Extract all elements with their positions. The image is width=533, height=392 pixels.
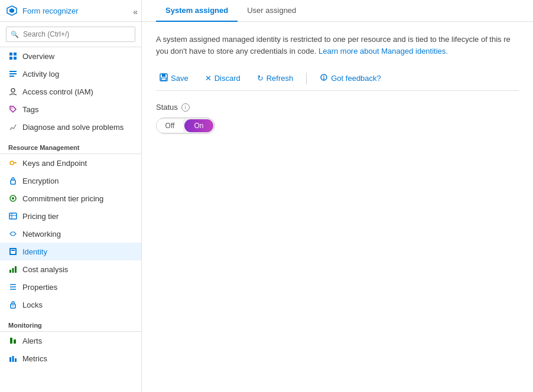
diagnose-label: Diagnose and solve problems: [22, 123, 124, 132]
svg-rect-31: [10, 338, 12, 344]
svg-point-11: [10, 161, 14, 165]
access-control-icon: [8, 87, 18, 96]
identity-label: Identity: [22, 247, 47, 256]
svg-rect-23: [9, 270, 11, 273]
toggle-container: Off On: [156, 117, 215, 134]
svg-point-10: [11, 107, 12, 109]
app-title: Form recognizer: [22, 6, 79, 15]
sidebar-item-properties[interactable]: Properties: [0, 278, 141, 296]
sidebar-item-encryption[interactable]: Encryption: [0, 172, 141, 190]
alerts-label: Alerts: [22, 337, 42, 345]
networking-icon: [8, 229, 18, 239]
collapse-sidebar-button[interactable]: «: [129, 5, 141, 19]
content-body: A system assigned managed identity is re…: [142, 22, 533, 146]
sidebar-item-activity-log[interactable]: Activity log: [0, 65, 141, 83]
sidebar: Form recognizer 🔍 « Overview Activity lo…: [0, 0, 142, 392]
svg-point-9: [11, 89, 15, 92]
main-content: System assigned User assigned A system a…: [142, 0, 533, 392]
activity-log-label: Activity log: [22, 70, 59, 79]
svg-point-40: [323, 76, 324, 77]
status-section: Status i Off On: [156, 103, 519, 134]
svg-rect-38: [161, 78, 166, 80]
learn-more-link[interactable]: Learn more about Managed identities.: [318, 47, 448, 55]
pricing-tier-icon: [8, 211, 18, 221]
tags-icon: [8, 104, 18, 114]
tabs-container: System assigned User assigned: [142, 0, 533, 22]
properties-label: Properties: [22, 283, 57, 292]
tab-user-assigned[interactable]: User assigned: [238, 0, 306, 22]
search-icon: 🔍: [11, 31, 19, 38]
svg-rect-4: [9, 57, 12, 60]
cost-analysis-label: Cost analysis: [22, 265, 68, 274]
description-text: A system assigned managed identity is re…: [156, 34, 511, 57]
save-icon: [160, 73, 168, 83]
feedback-icon: [320, 73, 328, 83]
svg-rect-33: [9, 357, 11, 362]
properties-icon: [8, 282, 18, 292]
svg-point-16: [12, 197, 14, 200]
monitoring-section: Monitoring: [0, 316, 141, 332]
sidebar-item-cost-analysis[interactable]: Cost analysis: [0, 260, 141, 278]
status-info-icon[interactable]: i: [181, 103, 190, 112]
sidebar-item-commitment-tier[interactable]: Commitment tier pricing: [0, 190, 141, 207]
sidebar-item-alerts[interactable]: Alerts: [0, 332, 141, 349]
sidebar-item-identity[interactable]: Identity: [0, 243, 141, 260]
svg-rect-34: [12, 356, 14, 362]
svg-rect-14: [11, 180, 15, 184]
save-label: Save: [171, 74, 188, 83]
overview-icon: [8, 51, 18, 61]
refresh-icon: ↻: [257, 74, 264, 83]
commitment-tier-icon: [8, 194, 18, 203]
diagnose-icon: [8, 122, 18, 132]
sidebar-item-pricing-tier[interactable]: Pricing tier: [0, 207, 141, 225]
toggle-on-button[interactable]: On: [184, 119, 213, 132]
svg-rect-6: [9, 71, 17, 72]
discard-icon: ✕: [205, 74, 212, 83]
keys-endpoint-icon: [8, 158, 18, 168]
alerts-icon: [8, 336, 18, 345]
svg-rect-32: [14, 339, 16, 344]
sidebar-item-locks[interactable]: Locks: [0, 296, 141, 313]
toolbar-separator: [306, 73, 307, 84]
toolbar: Save ✕ Discard ↻ Refresh Got feedback?: [156, 66, 519, 91]
resource-management-section: Resource Management: [0, 138, 141, 154]
svg-rect-7: [9, 73, 17, 74]
feedback-button[interactable]: Got feedback?: [316, 71, 385, 86]
sidebar-item-overview[interactable]: Overview: [0, 47, 141, 65]
discard-label: Discard: [214, 74, 240, 83]
locks-label: Locks: [22, 300, 43, 309]
sidebar-item-access-control[interactable]: Access control (IAM): [0, 83, 141, 100]
svg-rect-17: [9, 213, 17, 219]
sidebar-item-networking[interactable]: Networking: [0, 225, 141, 243]
svg-rect-5: [14, 57, 17, 60]
locks-icon: [8, 300, 18, 309]
feedback-label: Got feedback?: [331, 74, 381, 83]
metrics-icon: [8, 354, 18, 363]
sidebar-item-tags[interactable]: Tags: [0, 100, 141, 118]
sidebar-item-keys-endpoint[interactable]: Keys and Endpoint: [0, 154, 141, 172]
toggle-off-button[interactable]: Off: [157, 119, 183, 132]
svg-rect-2: [9, 53, 12, 55]
svg-rect-24: [12, 268, 14, 273]
networking-label: Networking: [22, 230, 61, 239]
access-control-label: Access control (IAM): [22, 87, 93, 96]
identity-icon: [8, 247, 18, 256]
svg-rect-22: [11, 250, 15, 251]
encryption-label: Encryption: [22, 177, 58, 185]
discard-button[interactable]: ✕ Discard: [202, 71, 244, 85]
keys-endpoint-label: Keys and Endpoint: [22, 159, 87, 168]
refresh-button[interactable]: ↻ Refresh: [254, 71, 297, 85]
svg-rect-25: [15, 266, 17, 273]
refresh-label: Refresh: [266, 74, 294, 83]
search-input[interactable]: [6, 27, 135, 42]
svg-rect-37: [162, 74, 165, 77]
commitment-tier-label: Commitment tier pricing: [22, 194, 103, 203]
overview-label: Overview: [22, 52, 54, 61]
save-button[interactable]: Save: [156, 71, 192, 86]
status-text: Status: [156, 103, 178, 112]
metrics-label: Metrics: [22, 354, 47, 363]
activity-log-icon: [8, 69, 18, 79]
sidebar-item-diagnose[interactable]: Diagnose and solve problems: [0, 118, 141, 136]
sidebar-item-metrics[interactable]: Metrics: [0, 349, 141, 367]
tab-system-assigned[interactable]: System assigned: [156, 0, 238, 22]
